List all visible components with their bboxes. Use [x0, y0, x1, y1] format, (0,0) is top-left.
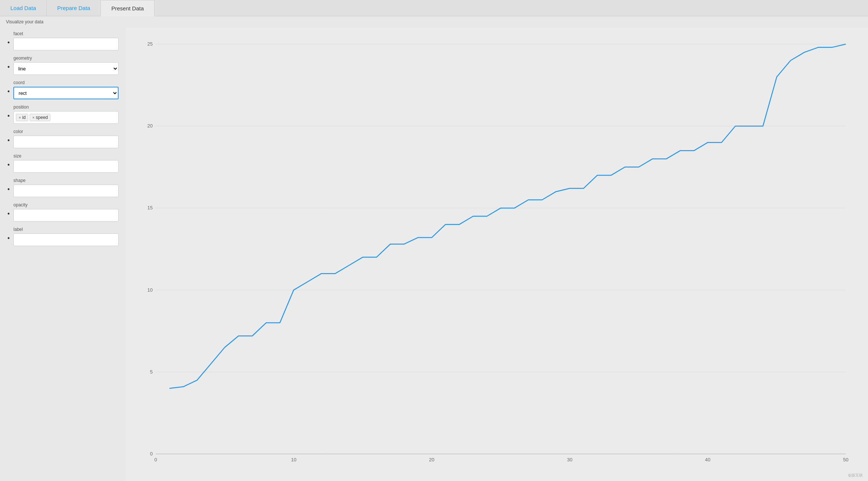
tag-speed-remove[interactable]: ×	[32, 115, 34, 120]
chart-canvas	[137, 37, 853, 469]
field-inner-coord: coord rect polar flip	[13, 80, 119, 99]
field-opacity: • opacity	[7, 202, 119, 222]
tag-speed-label: speed	[36, 115, 48, 120]
sub-header: Visualize your data	[0, 16, 868, 27]
field-coord: • coord rect polar flip	[7, 80, 119, 99]
bullet-color: •	[7, 137, 10, 144]
bullet-geometry: •	[7, 64, 10, 70]
field-inner-opacity: opacity	[13, 202, 119, 222]
chart-area: 创新互联	[126, 27, 868, 481]
sidebar: • facet • geometry line bar point area •	[0, 27, 126, 481]
input-facet[interactable]	[13, 38, 119, 50]
main-content: • facet • geometry line bar point area •	[0, 27, 868, 481]
field-inner-label: label	[13, 227, 119, 246]
tab-prepare-data[interactable]: Prepare Data	[47, 0, 101, 16]
tag-id-label: id	[22, 115, 26, 120]
watermark: 创新互联	[848, 473, 863, 478]
tags-input-position[interactable]: × id × speed	[13, 111, 119, 124]
field-shape: • shape	[7, 178, 119, 197]
field-inner-size: size	[13, 153, 119, 173]
label-opacity: opacity	[13, 202, 119, 208]
tab-bar: Load Data Prepare Data Present Data	[0, 0, 868, 16]
bullet-shape: •	[7, 186, 10, 193]
input-size[interactable]	[13, 160, 119, 173]
tag-speed: × speed	[30, 114, 50, 121]
field-geometry: • geometry line bar point area	[7, 56, 119, 75]
tab-prepare-data-label: Prepare Data	[57, 5, 90, 11]
select-coord[interactable]: rect polar flip	[13, 87, 119, 99]
tab-load-data-label: Load Data	[10, 5, 36, 11]
bullet-size: •	[7, 162, 10, 168]
bullet-position: •	[7, 113, 10, 119]
input-opacity[interactable]	[13, 209, 119, 222]
tag-id-remove[interactable]: ×	[19, 115, 21, 120]
label-position: position	[13, 105, 119, 110]
field-position: • position × id × speed	[7, 105, 119, 124]
bullet-opacity: •	[7, 210, 10, 217]
field-facet: • facet	[7, 31, 119, 50]
label-geometry: geometry	[13, 56, 119, 61]
bullet-facet: •	[7, 39, 10, 46]
input-label-field[interactable]	[13, 233, 119, 246]
field-inner-geometry: geometry line bar point area	[13, 56, 119, 75]
field-inner-shape: shape	[13, 178, 119, 197]
tag-id: × id	[16, 114, 28, 121]
label-label: label	[13, 227, 119, 232]
field-size: • size	[7, 153, 119, 173]
bullet-coord: •	[7, 88, 10, 95]
tab-present-data-label: Present Data	[111, 5, 144, 11]
select-geometry[interactable]: line bar point area	[13, 62, 119, 75]
field-color: • color	[7, 129, 119, 148]
label-color: color	[13, 129, 119, 134]
label-facet: facet	[13, 31, 119, 36]
input-shape[interactable]	[13, 185, 119, 197]
label-coord: coord	[13, 80, 119, 85]
label-shape: shape	[13, 178, 119, 183]
field-inner-facet: facet	[13, 31, 119, 50]
field-inner-color: color	[13, 129, 119, 148]
tab-present-data[interactable]: Present Data	[101, 0, 155, 16]
sub-header-text: Visualize your data	[6, 19, 43, 24]
field-label: • label	[7, 227, 119, 246]
input-color[interactable]	[13, 136, 119, 148]
label-size: size	[13, 153, 119, 159]
tab-load-data[interactable]: Load Data	[0, 0, 47, 16]
bullet-label: •	[7, 235, 10, 242]
field-inner-position: position × id × speed	[13, 105, 119, 124]
